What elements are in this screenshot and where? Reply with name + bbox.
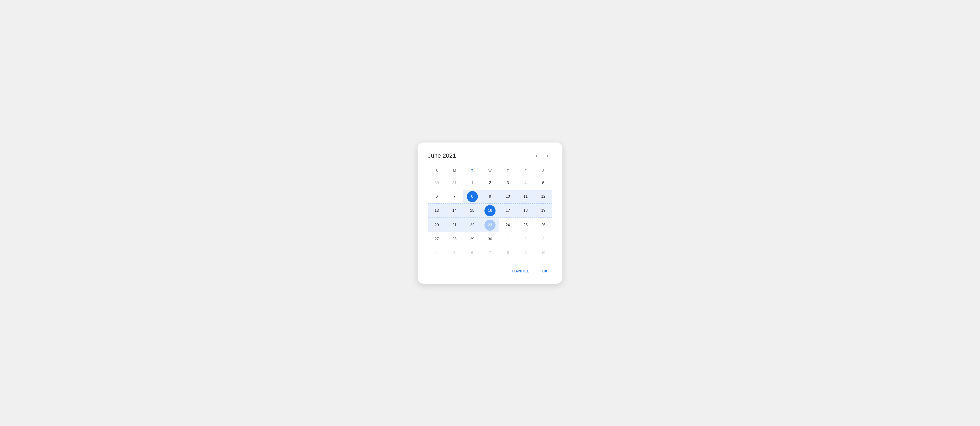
day-number[interactable]: 4	[520, 177, 531, 189]
weekday-label: M	[445, 167, 463, 175]
day-cell[interactable]: 1	[499, 232, 517, 246]
day-number[interactable]: 31	[449, 177, 460, 189]
day-number[interactable]: 30	[484, 234, 496, 245]
day-number[interactable]: 6	[467, 247, 478, 258]
day-cell[interactable]: 10	[499, 190, 517, 203]
day-number[interactable]: 1	[467, 177, 478, 189]
day-cell[interactable]: 12	[535, 190, 552, 203]
day-cell[interactable]: 14	[445, 204, 463, 218]
ok-button[interactable]: OK	[538, 267, 552, 276]
week-row-1: 6789101112	[428, 190, 552, 203]
day-cell[interactable]: 4	[517, 176, 534, 190]
day-cell[interactable]: 7	[481, 246, 499, 260]
day-cell[interactable]: 2	[517, 232, 534, 246]
day-cell[interactable]: 18	[517, 204, 534, 218]
prev-month-button[interactable]: ‹	[532, 151, 541, 161]
calendar-grid: 3031123456789101112131415161718192021222…	[428, 176, 552, 260]
day-cell[interactable]: 7	[445, 190, 463, 203]
day-number[interactable]: 9	[520, 247, 531, 258]
day-number[interactable]: 14	[449, 205, 460, 216]
day-number[interactable]: 27	[431, 234, 442, 245]
day-cell[interactable]: 29	[463, 232, 481, 246]
weekdays-header: SMTWTFS	[428, 167, 552, 175]
day-cell[interactable]: 3	[499, 176, 517, 190]
day-number[interactable]: 5	[538, 177, 549, 189]
day-cell[interactable]: 8	[463, 190, 481, 203]
day-number[interactable]: 23	[484, 219, 496, 230]
nav-buttons: ‹ ›	[532, 151, 552, 161]
cancel-button[interactable]: CANCEL	[508, 267, 534, 276]
day-cell[interactable]: 3	[535, 232, 552, 246]
day-cell[interactable]: 19	[535, 204, 552, 218]
day-number[interactable]: 17	[502, 205, 513, 216]
day-number[interactable]: 10	[538, 247, 549, 258]
day-cell[interactable]: 27	[428, 232, 445, 246]
day-cell[interactable]: 25	[517, 218, 534, 232]
day-cell[interactable]: 26	[535, 218, 552, 232]
day-number[interactable]: 26	[538, 219, 549, 230]
day-number[interactable]: 3	[538, 234, 549, 245]
day-number[interactable]: 7	[449, 191, 460, 202]
day-cell[interactable]: 23	[481, 218, 499, 232]
weekday-label: T	[463, 167, 481, 175]
day-number[interactable]: 20	[431, 219, 442, 230]
day-cell[interactable]: 6	[463, 246, 481, 260]
day-number[interactable]: 21	[449, 219, 460, 230]
day-cell[interactable]: 13	[428, 204, 445, 218]
day-cell[interactable]: 6	[428, 190, 445, 203]
day-cell[interactable]: 9	[481, 190, 499, 203]
day-cell[interactable]: 4	[428, 246, 445, 260]
day-number[interactable]: 11	[520, 191, 531, 202]
day-cell[interactable]: 31	[445, 176, 463, 190]
day-cell[interactable]: 5	[535, 176, 552, 190]
day-number[interactable]: 9	[484, 191, 496, 202]
day-number[interactable]: 3	[502, 177, 513, 189]
day-number[interactable]: 16	[484, 205, 496, 216]
day-number[interactable]: 4	[431, 247, 442, 258]
day-cell[interactable]: 21	[445, 218, 463, 232]
day-cell[interactable]: 1	[463, 176, 481, 190]
calendar-title: June 2021	[428, 152, 456, 159]
day-number[interactable]: 12	[538, 191, 549, 202]
day-cell[interactable]: 10	[535, 246, 552, 260]
day-number[interactable]: 2	[484, 177, 496, 189]
day-cell[interactable]: 30	[481, 232, 499, 246]
day-number[interactable]: 2	[520, 234, 531, 245]
day-cell[interactable]: 8	[499, 246, 517, 260]
day-cell[interactable]: 5	[445, 246, 463, 260]
day-number[interactable]: 7	[484, 247, 496, 258]
day-number[interactable]: 30	[431, 177, 442, 189]
day-number[interactable]: 15	[467, 205, 478, 216]
day-number[interactable]: 1	[502, 234, 513, 245]
day-cell[interactable]: 24	[499, 218, 517, 232]
day-number[interactable]: 13	[431, 205, 442, 216]
day-cell[interactable]: 2	[481, 176, 499, 190]
next-month-button[interactable]: ›	[543, 151, 552, 161]
day-cell[interactable]: 9	[517, 246, 534, 260]
day-number[interactable]: 19	[538, 205, 549, 216]
day-number[interactable]: 22	[467, 219, 478, 230]
day-number[interactable]: 29	[467, 234, 478, 245]
day-number[interactable]: 8	[502, 247, 513, 258]
day-number[interactable]: 18	[520, 205, 531, 216]
day-number[interactable]: 28	[449, 234, 460, 245]
day-number[interactable]: 24	[502, 219, 513, 230]
day-cell[interactable]: 15	[463, 204, 481, 218]
calendar-header: June 2021 ‹ ›	[428, 151, 552, 161]
day-number[interactable]: 5	[449, 247, 460, 258]
weekday-label: T	[499, 167, 517, 175]
day-cell[interactable]: 28	[445, 232, 463, 246]
day-cell[interactable]: 17	[499, 204, 517, 218]
day-cell[interactable]: 11	[517, 190, 534, 203]
dialog-actions: CANCEL OK	[428, 265, 552, 276]
day-cell[interactable]: 30	[428, 176, 445, 190]
day-number[interactable]: 10	[502, 191, 513, 202]
day-cell[interactable]: 16	[481, 204, 499, 218]
day-cell[interactable]: 22	[463, 218, 481, 232]
day-number[interactable]: 6	[431, 191, 442, 202]
day-number[interactable]: 25	[520, 219, 531, 230]
week-row-2: 13141516171819	[428, 203, 552, 218]
day-number[interactable]: 8	[467, 191, 478, 202]
day-cell[interactable]: 20	[428, 218, 445, 232]
week-row-0: 303112345	[428, 176, 552, 190]
